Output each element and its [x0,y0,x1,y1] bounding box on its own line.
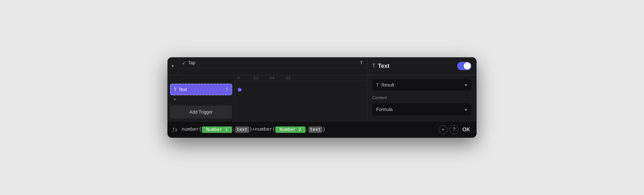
timeline-panel: ↙ Tap T [178,57,367,75]
triggers-list: T Text T + Add Trigger [167,81,235,121]
text-trigger-item[interactable]: T Text T [170,84,232,95]
ruler-row: 0 0.2 0.4 0.6 [167,75,367,81]
tap-label: Tap [188,60,358,65]
add-trigger-button[interactable]: Add Trigger [170,106,232,118]
ruler: 0 0.2 0.4 0.6 [235,75,367,81]
formula-dropdown[interactable]: Formula [372,103,471,116]
add-row[interactable]: + [170,96,232,103]
left-column: 0 0.2 0.4 0.6 T Text T [167,75,367,121]
main-window: ▼ ↙ Tap T T Text [167,57,477,138]
formula-number2-highlight: `Number 2` [275,126,306,133]
right-panel-header: T Text [367,57,477,75]
trigger-item-wrapper: T Text T + [170,84,232,103]
formula-text-gray-1: text [235,126,249,133]
trigger-right-icon: T [225,87,228,92]
formula-text-3: ) [322,127,325,132]
ruler-mark-02: 0.2 [254,76,270,80]
formula-content[interactable]: number( `Number 1` . text )+number( `Num… [182,126,435,133]
keyframe-row [238,84,364,96]
keyframe-dot[interactable] [238,88,242,92]
right-panel-title: Text [378,63,455,70]
result-dropdown-label: Result [382,82,462,88]
trigger-label: Text [179,87,224,92]
ruler-mark-06: 0.6 [286,76,302,80]
formula-dot-1: . [232,127,235,132]
timeline-triggers-row: T Text T + Add Trigger [167,81,367,121]
add-icon: + [173,97,176,102]
formula-add-button[interactable]: + [439,125,448,134]
right-title-icon: T [372,63,375,69]
body-row: 0 0.2 0.4 0.6 T Text T [167,75,477,121]
collapse-arrow[interactable]: ▼ [167,57,178,75]
text-toggle[interactable] [457,62,471,70]
formula-text-2: )+number( [249,127,275,132]
header-bar: ▼ ↙ Tap T T Text [167,57,477,75]
keyframes-area [235,81,367,121]
formula-dropdown-arrow [464,107,468,112]
toggle-knob [464,62,471,70]
result-dropdown-icon: T [376,82,379,88]
formula-icon: ƒx [172,127,178,133]
result-dropdown[interactable]: T Result [372,79,471,91]
tap-icon: ↙ [182,60,186,65]
right-panel: T Result Content Formula [367,75,477,121]
formula-bar: ƒx number( `Number 1` . text )+number( `… [167,121,477,138]
formula-dot-2: . [306,127,308,132]
ruler-mark-04: 0.4 [270,76,286,80]
header-t-icon: T [360,60,363,65]
ruler-mark-0: 0 [238,76,254,80]
timeline-header: ↙ Tap T [178,57,367,68]
result-dropdown-arrow [464,83,468,87]
formula-number1-highlight: `Number 1` [202,126,232,133]
right-section: T Result Content Formula [367,75,477,119]
formula-text-1: number( [182,127,202,132]
formula-dropdown-label: Formula [376,107,462,112]
formula-ok-button[interactable]: OK [460,127,472,133]
content-label: Content [372,94,471,100]
ruler-spacer [167,75,235,81]
formula-text-gray-2: text [308,126,323,133]
formula-help-button[interactable]: ? [450,125,459,134]
trigger-t-icon: T [174,87,177,92]
formula-actions: + ? OK [439,125,472,134]
